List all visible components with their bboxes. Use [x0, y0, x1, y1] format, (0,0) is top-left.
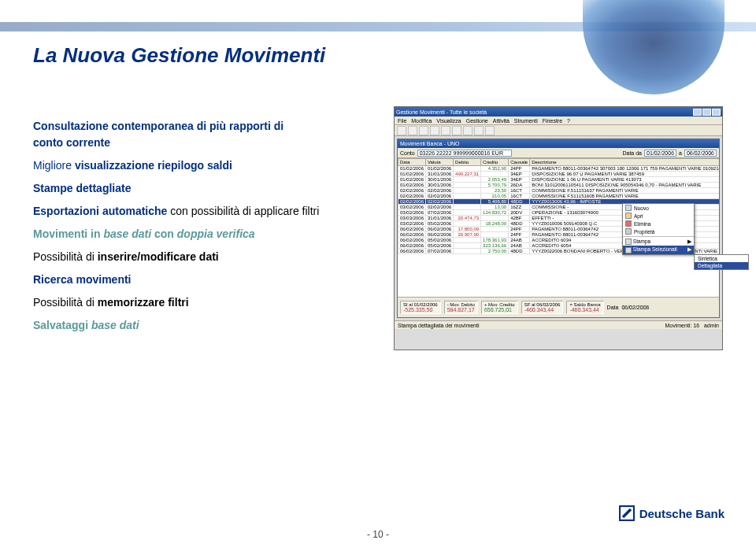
tot-date-field[interactable]: 06/02/2006 — [621, 305, 649, 310]
titlebar: Gestione Movimenti - Tutte le società — [395, 107, 722, 116]
conto-field[interactable]: 03226 22222 999999000016 EUR — [417, 150, 512, 157]
status-user: admin — [704, 323, 719, 328]
date-to-field[interactable]: 06/02/2006 — [684, 150, 717, 157]
tool-refresh-icon[interactable] — [452, 126, 461, 135]
ctx-sub-dettagliata[interactable]: Dettagliata — [695, 262, 748, 269]
sub-window-title: Movimenti Banca - UNO — [398, 139, 719, 148]
col-valuta[interactable]: Valuta — [426, 159, 454, 166]
status-bar: Stampa dettagliata dei movimenti Movimen… — [395, 320, 722, 329]
bullet-6a: Possibilità di — [33, 250, 98, 263]
col-debito[interactable]: Debito — [454, 159, 481, 166]
menu-finestre[interactable]: Finestre — [543, 118, 562, 124]
new-icon — [625, 205, 632, 211]
page-number: - 10 - — [0, 529, 756, 540]
bullet-8a: Possibilità di — [33, 296, 98, 309]
table-row[interactable]: 01/02/200630/01/20062.053,4934EPDISPOSIZ… — [398, 177, 720, 183]
delete-icon — [625, 220, 632, 227]
svg-line-1 — [623, 509, 631, 517]
table-row[interactable]: 02/02/200602/02/200623,5016CTCOMMISSIONE… — [398, 188, 720, 194]
ctx-proprieta[interactable]: Proprietà — [634, 229, 654, 235]
bullet-9a: Salvataggi — [33, 319, 88, 331]
tool-new-icon[interactable] — [397, 126, 406, 135]
toolbar — [395, 125, 722, 136]
date-from-label: Data da — [622, 150, 642, 156]
menu-help[interactable]: ? — [567, 118, 570, 124]
globe-graphic — [583, 0, 724, 94]
menubar: File Modifica Visualizza Gestione Attivi… — [395, 116, 722, 125]
tot-date-label: Data — [607, 305, 619, 310]
context-submenu[interactable]: Sintetica Dettagliata — [694, 254, 749, 270]
date-to-label: a — [679, 150, 682, 156]
menu-modifica[interactable]: Modifica — [411, 118, 432, 124]
print-sel-icon — [625, 247, 632, 253]
minimize-icon[interactable] — [693, 109, 702, 116]
menu-strumenti[interactable]: Strumenti — [514, 118, 538, 124]
db-logo-icon — [619, 505, 635, 521]
bullet-7: Ricerca movimenti — [33, 272, 364, 288]
tool-filter-icon[interactable] — [485, 126, 495, 135]
table-row[interactable]: 01/02/200631/01/2006490.227,3134EPDISPOS… — [398, 172, 720, 177]
brand-name: Deutsche Bank — [639, 507, 724, 520]
ctx-separator — [623, 236, 694, 237]
tot-v5: -460.343,44 — [569, 307, 600, 312]
tool-search-icon[interactable] — [441, 126, 450, 135]
tool-export-icon[interactable] — [474, 126, 484, 135]
maximize-icon[interactable] — [702, 109, 711, 116]
ctx-apri[interactable]: Apri — [634, 213, 643, 219]
tot-v1: -525.335,50 — [403, 307, 438, 312]
table-row[interactable]: 02/02/200602/02/2006210,0516CTCOMMISSION… — [398, 194, 720, 199]
tool-sigma-icon[interactable] — [463, 126, 472, 135]
ctx-sub-sintetica[interactable]: Sintetica — [695, 255, 748, 262]
tool-print-icon[interactable] — [430, 126, 439, 135]
context-menu[interactable]: Nuovo Apri Elimina Proprietà Stampa▶ Sta… — [622, 203, 695, 255]
print-icon — [625, 239, 632, 245]
col-causale[interactable]: Causale — [509, 159, 530, 166]
ctx-elimina[interactable]: Elimina — [634, 221, 650, 227]
tot-v2: 584.827,17 — [447, 307, 475, 312]
table-row[interactable]: 01/02/200601/02/20064.352,9024PFPAGAMENT… — [398, 166, 720, 172]
brand-logo: Deutsche Bank — [619, 505, 724, 521]
ctx-stampa[interactable]: Stampa — [633, 239, 650, 244]
status-left: Stampa dettagliata dei movimenti — [398, 323, 480, 328]
open-icon — [625, 213, 632, 219]
properties-icon — [625, 228, 632, 235]
menu-file[interactable]: File — [398, 118, 406, 124]
tot-v3: 650.725,01 — [484, 307, 515, 312]
close-icon[interactable] — [712, 109, 721, 116]
col-data[interactable]: Data — [398, 159, 426, 166]
bullet-9b: base dati — [88, 319, 139, 331]
menu-gestione[interactable]: Gestione — [466, 118, 488, 124]
status-mov: Movimenti: 16 — [665, 323, 700, 328]
tool-save-icon[interactable] — [419, 126, 428, 135]
menu-visualizza[interactable]: Visualizza — [436, 118, 461, 124]
tool-open-icon[interactable] — [408, 126, 417, 135]
tot-v4: -460.343,44 — [524, 307, 561, 312]
totals-area: SI al 01/02/2006-525.335,50 - Mov. Debit… — [398, 297, 719, 317]
ctx-nuovo[interactable]: Nuovo — [634, 205, 649, 211]
filter-row: Conto 03226 22222 999999000016 EUR Data … — [398, 148, 719, 158]
col-credito[interactable]: Credito — [481, 159, 509, 166]
conto-label: Conto — [400, 150, 415, 156]
ctx-stampa-sel[interactable]: Stampa Selezionati — [633, 246, 677, 252]
chevron-right-icon: ▶ — [687, 246, 691, 253]
table-row[interactable]: 01/02/200630/01/20065.700,7926DABONI 310… — [398, 183, 720, 188]
window-title: Gestione Movimenti - Tutte le società — [396, 109, 487, 115]
bullet-6b: inserire/modificare dati — [98, 250, 219, 263]
col-descrizione[interactable]: Descrizione — [530, 159, 719, 166]
chevron-right-icon: ▶ — [687, 239, 691, 245]
grid-header-row: Data Valuta Debito Credito Causale Descr… — [398, 159, 720, 166]
menu-attivita[interactable]: Attività — [493, 118, 510, 124]
date-from-field[interactable]: 01/02/2006 — [644, 150, 676, 157]
bullet-8b: memorizzare filtri — [98, 296, 189, 309]
